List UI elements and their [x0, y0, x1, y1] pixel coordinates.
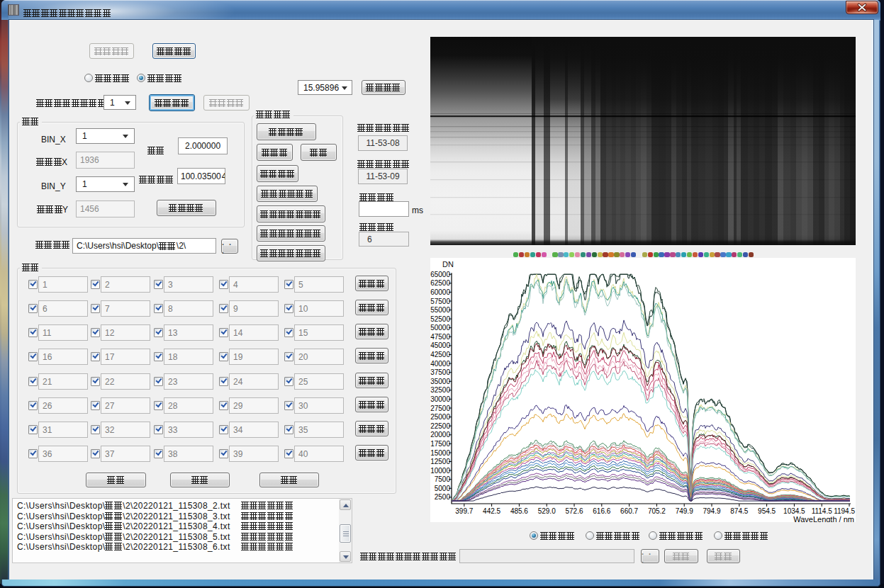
svg-text:42500: 42500	[430, 351, 450, 358]
svg-text:60000: 60000	[430, 288, 450, 296]
svg-text:27500: 27500	[430, 405, 450, 412]
svg-text:35000: 35000	[430, 378, 450, 385]
svg-text:954.5: 954.5	[758, 507, 776, 515]
svg-text:62500: 62500	[430, 279, 450, 287]
svg-text:20000: 20000	[430, 431, 450, 439]
svg-text:17500: 17500	[430, 440, 450, 448]
svg-text:52500: 52500	[430, 315, 450, 323]
svg-text:22500: 22500	[430, 422, 450, 430]
svg-text:32500: 32500	[430, 386, 450, 394]
svg-text:660.7: 660.7	[620, 507, 638, 515]
svg-text:40000: 40000	[430, 360, 450, 368]
svg-text:616.6: 616.6	[593, 507, 610, 515]
svg-text:485.6: 485.6	[510, 507, 528, 515]
svg-text:30000: 30000	[430, 395, 450, 403]
svg-text:47500: 47500	[430, 333, 450, 341]
svg-text:572.6: 572.6	[565, 507, 583, 515]
svg-text:65000: 65000	[430, 271, 450, 278]
svg-text:37500: 37500	[430, 368, 450, 376]
svg-text:45000: 45000	[430, 341, 450, 349]
svg-text:1034.5: 1034.5	[783, 507, 805, 515]
svg-text:57500: 57500	[430, 298, 450, 305]
svg-text:529.0: 529.0	[538, 507, 556, 515]
svg-text:1114.5: 1114.5	[812, 507, 833, 515]
svg-text:705.2: 705.2	[648, 507, 666, 515]
svg-text:749.9: 749.9	[676, 507, 693, 515]
svg-text:12500: 12500	[430, 458, 450, 465]
svg-text:794.9: 794.9	[703, 507, 720, 515]
svg-text:25000: 25000	[430, 413, 450, 421]
svg-text:5000: 5000	[435, 485, 451, 492]
svg-text:55000: 55000	[430, 306, 450, 314]
svg-text:874.5: 874.5	[730, 507, 748, 515]
svg-text:50000: 50000	[430, 324, 450, 332]
svg-text:399.7: 399.7	[455, 507, 473, 515]
svg-text:1194.5: 1194.5	[834, 507, 855, 515]
svg-text:7500: 7500	[435, 475, 451, 483]
svg-text:2500: 2500	[435, 493, 451, 501]
svg-text:10000: 10000	[430, 467, 450, 475]
svg-text:15000: 15000	[430, 449, 450, 457]
svg-text:WaveLength / nm: WaveLength / nm	[793, 515, 854, 522]
svg-text:442.5: 442.5	[483, 507, 500, 515]
